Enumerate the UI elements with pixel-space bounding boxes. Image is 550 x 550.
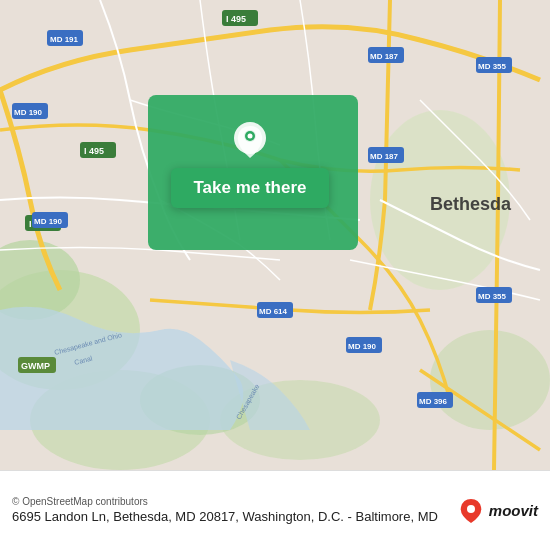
footer-left: © OpenStreetMap contributors 6695 Landon… [12,496,457,526]
address-line: 6695 Landon Ln, Bethesda, MD 20817, Wash… [12,509,457,526]
svg-text:Bethesda: Bethesda [430,194,512,214]
moovit-text: moovit [489,502,538,519]
svg-text:MD 396: MD 396 [419,397,448,406]
svg-text:MD 191: MD 191 [50,35,79,44]
svg-text:GWMP: GWMP [21,361,50,371]
svg-text:I 495: I 495 [226,14,246,24]
svg-point-45 [467,505,475,513]
svg-text:MD 190: MD 190 [34,217,63,226]
moovit-logo: moovit [457,497,538,525]
map-container: Chesapeake and Ohio Canal Chesapeake I 4… [0,0,550,470]
osm-credit: © OpenStreetMap contributors [12,496,457,507]
svg-text:I 495: I 495 [84,146,104,156]
svg-text:MD 187: MD 187 [370,152,399,161]
location-pin-icon [228,120,272,164]
svg-text:MD 187: MD 187 [370,52,399,61]
svg-text:MD 190: MD 190 [14,108,43,117]
svg-point-44 [248,134,253,139]
footer: © OpenStreetMap contributors 6695 Landon… [0,470,550,550]
svg-text:MD 190: MD 190 [348,342,377,351]
button-overlay: Take me there [155,120,345,208]
svg-text:MD 355: MD 355 [478,62,507,71]
take-me-there-button[interactable]: Take me there [171,168,328,208]
svg-text:MD 355: MD 355 [478,292,507,301]
svg-text:MD 614: MD 614 [259,307,288,316]
moovit-pin-icon [457,497,485,525]
